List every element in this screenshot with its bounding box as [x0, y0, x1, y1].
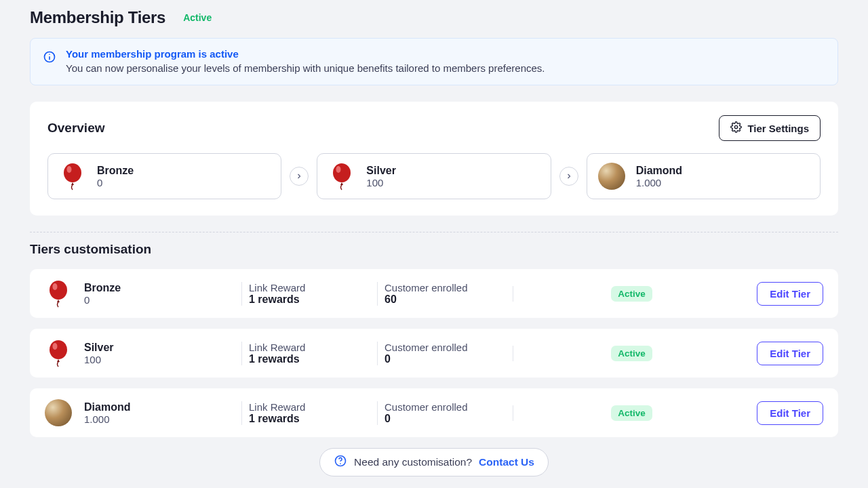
svg-point-8 — [50, 281, 67, 300]
tier-box-bronze[interactable]: Bronze 0 — [47, 153, 281, 199]
tier-settings-button[interactable]: Tier Settings — [719, 115, 821, 141]
svg-point-2 — [49, 54, 50, 55]
enrolled-count: 0 — [384, 413, 506, 425]
rewards-count: 1 rewards — [249, 293, 370, 306]
tier-name: Silver — [366, 165, 396, 177]
page-title: Membership Tiers — [30, 8, 165, 27]
alert-banner: Your membership program is active You ca… — [30, 38, 838, 85]
alert-body: You can now personalise your levels of m… — [66, 62, 545, 74]
enrolled-label: Customer enrolled — [384, 401, 506, 413]
svg-point-10 — [50, 340, 67, 359]
balloon-icon — [59, 163, 86, 190]
tier-value: 0 — [84, 294, 121, 306]
tier-name: Diamond — [84, 401, 130, 413]
tier-settings-label: Tier Settings — [747, 123, 809, 134]
tier-value: 100 — [84, 354, 114, 365]
status-pill: Active — [611, 405, 652, 421]
tier-value: 1.000 — [84, 413, 130, 425]
edit-tier-button[interactable]: Edit Tier — [757, 342, 823, 365]
overview-card: Overview Tier Settings — [30, 102, 838, 216]
gear-icon — [730, 121, 742, 135]
tier-name: Diamond — [636, 165, 682, 177]
svg-point-11 — [53, 343, 58, 350]
tier-name: Silver — [84, 342, 114, 354]
info-icon — [43, 50, 56, 66]
tier-value: 1.000 — [636, 177, 682, 188]
edit-tier-button[interactable]: Edit Tier — [757, 401, 823, 425]
balloon-icon — [45, 340, 72, 367]
link-reward-label: Link Reward — [249, 342, 370, 353]
contact-us-link[interactable]: Contact Us — [479, 456, 534, 468]
tier-value: 100 — [366, 177, 396, 188]
enrolled-count: 60 — [384, 293, 506, 306]
enrolled-count: 0 — [384, 353, 506, 365]
svg-point-9 — [53, 283, 58, 290]
tier-box-diamond[interactable]: Diamond 1.000 — [587, 153, 821, 199]
photo-thumb — [45, 399, 72, 426]
svg-point-6 — [333, 163, 351, 182]
status-pill: Active — [611, 286, 652, 302]
alert-title: Your membership program is active — [66, 48, 545, 60]
help-icon — [334, 454, 347, 470]
svg-point-3 — [735, 125, 738, 128]
tier-value: 0 — [97, 177, 134, 188]
svg-point-5 — [67, 166, 72, 173]
tier-row: Silver 100 Link Reward 1 rewards Custome… — [30, 329, 838, 378]
tier-row: Diamond 1.000 Link Reward 1 rewards Cust… — [30, 388, 838, 437]
overview-heading: Overview — [47, 121, 105, 136]
help-question: Need any customisation? — [354, 456, 472, 468]
enrolled-label: Customer enrolled — [384, 282, 506, 293]
link-reward-label: Link Reward — [249, 401, 370, 413]
tier-name: Bronze — [84, 282, 121, 294]
svg-point-7 — [336, 166, 341, 173]
balloon-icon — [328, 163, 355, 190]
help-pill: Need any customisation? Contact Us — [319, 448, 549, 476]
tier-name: Bronze — [97, 165, 134, 177]
chevron-right-icon — [290, 167, 309, 186]
customisation-heading: Tiers customisation — [30, 242, 838, 257]
chevron-right-icon — [559, 167, 578, 186]
tier-row: Bronze 0 Link Reward 1 rewards Customer … — [30, 269, 838, 318]
svg-point-4 — [64, 163, 81, 182]
svg-point-13 — [340, 463, 341, 464]
link-reward-label: Link Reward — [249, 282, 370, 293]
enrolled-label: Customer enrolled — [384, 342, 506, 353]
tier-box-silver[interactable]: Silver 100 — [317, 153, 551, 199]
edit-tier-button[interactable]: Edit Tier — [757, 282, 823, 306]
rewards-count: 1 rewards — [249, 413, 370, 425]
status-badge: Active — [178, 11, 217, 24]
balloon-icon — [45, 280, 72, 307]
divider — [30, 232, 838, 232]
photo-thumb — [598, 163, 625, 190]
status-pill: Active — [611, 346, 652, 361]
rewards-count: 1 rewards — [249, 353, 370, 365]
